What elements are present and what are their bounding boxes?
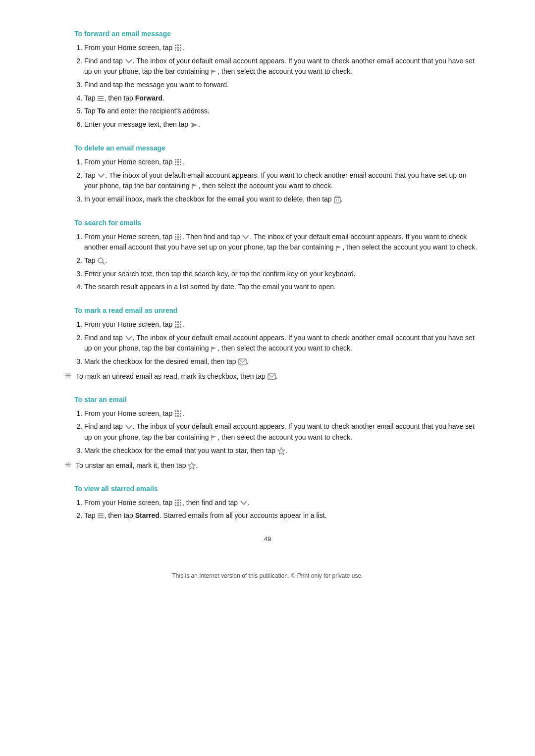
section-mark-unread: To mark a read email as unread From your… [54, 306, 481, 382]
steps-view-starred: From your Home screen, tap , then find a… [74, 498, 481, 521]
svg-rect-49 [180, 324, 181, 325]
svg-rect-39 [180, 239, 181, 240]
svg-rect-4 [177, 47, 179, 49]
svg-rect-62 [175, 413, 176, 414]
svg-rect-2 [180, 45, 181, 46]
svg-rect-11 [98, 96, 104, 97]
chevron-icon [125, 424, 133, 430]
svg-rect-78 [175, 504, 176, 506]
svg-marker-14 [191, 122, 198, 128]
flag-icon [335, 245, 342, 252]
section-search: To search for emails From your Home scre… [54, 219, 481, 293]
svg-rect-63 [177, 413, 179, 414]
step: Find and tap . The inbox of your default… [84, 333, 481, 354]
svg-rect-6 [175, 50, 176, 51]
svg-rect-52 [180, 326, 181, 328]
envelope-read-icon [238, 358, 247, 365]
step: Tap . The inbox of your default email ac… [84, 170, 481, 192]
svg-rect-79 [177, 504, 179, 506]
step: Find and tap the message you want to for… [84, 80, 481, 91]
svg-rect-73 [177, 500, 179, 501]
step: From your Home screen, tap . [84, 157, 481, 168]
page-content: To forward an email message From your Ho… [54, 0, 481, 619]
step: Find and tap . The inbox of your default… [84, 421, 481, 443]
step: From your Home screen, tap . Then find a… [84, 232, 481, 253]
svg-marker-24 [192, 184, 197, 187]
svg-marker-40 [336, 246, 341, 249]
tip-mark-unread: ✳ To mark an unread email as read, mark … [64, 371, 481, 382]
svg-rect-19 [177, 161, 179, 163]
svg-rect-44 [175, 321, 176, 323]
svg-rect-77 [180, 502, 181, 504]
chevron-icon [240, 500, 248, 506]
svg-rect-1 [177, 45, 179, 46]
svg-rect-72 [175, 500, 176, 501]
menu-icon [97, 512, 104, 519]
star-icon [277, 447, 285, 455]
chevron-icon [242, 234, 250, 240]
steps-delete: From your Home screen, tap . Tap . The i… [74, 157, 481, 205]
svg-rect-16 [177, 159, 179, 160]
svg-line-43 [103, 262, 105, 264]
flag-icon [191, 183, 198, 190]
tip-star: ✳ To unstar an email, mark it, then tap … [64, 460, 481, 471]
step: Tap . [84, 255, 481, 266]
page-number: 49 [54, 535, 481, 543]
svg-marker-70 [278, 448, 285, 454]
chevron-icon [125, 58, 133, 64]
steps-forward: From your Home screen, tap . Find and ta… [74, 43, 481, 130]
apps-icon [174, 499, 182, 507]
svg-rect-12 [98, 98, 104, 99]
chevron-icon [125, 335, 133, 341]
section-star: To star an email From your Home screen, … [54, 396, 481, 471]
svg-rect-8 [180, 50, 181, 51]
step: Tap To and enter the recipient's address… [84, 106, 481, 117]
footer-text: This is an Internet version of this publ… [54, 572, 481, 579]
svg-rect-50 [175, 326, 176, 328]
section-title-search: To search for emails [74, 219, 481, 227]
svg-point-42 [98, 258, 103, 263]
step: Find and tap . The inbox of your default… [84, 56, 481, 77]
section-title-forward: To forward an email message [74, 30, 481, 38]
chevron-icon [97, 173, 105, 179]
steps-star: From your Home screen, tap . Find and ta… [74, 408, 481, 456]
svg-rect-36 [180, 236, 181, 238]
svg-rect-61 [180, 410, 181, 412]
svg-rect-35 [177, 236, 179, 238]
step: Mark the checkbox for the email that you… [84, 446, 481, 456]
svg-rect-21 [175, 164, 176, 165]
svg-rect-3 [175, 47, 176, 49]
svg-rect-83 [98, 517, 104, 518]
svg-rect-18 [175, 161, 176, 163]
step: Enter your search text, then tap the sea… [84, 269, 481, 280]
tip-icon: ✳ [64, 370, 72, 381]
tip-text: To mark an unread email as read, mark it… [76, 371, 278, 382]
step: Mark the checkbox for the desired email,… [84, 356, 481, 367]
svg-rect-13 [98, 100, 104, 101]
svg-marker-71 [188, 462, 195, 469]
svg-marker-9 [212, 70, 216, 73]
send-icon [190, 122, 198, 128]
svg-rect-65 [175, 415, 176, 417]
step: In your email inbox, mark the checkbox f… [84, 194, 481, 205]
apps-icon [174, 158, 182, 166]
svg-rect-74 [180, 500, 181, 501]
section-view-starred: To view all starred emails From your Hom… [54, 485, 481, 521]
svg-rect-31 [175, 234, 176, 235]
section-delete: To delete an email message From your Hom… [54, 144, 481, 205]
svg-rect-67 [180, 415, 181, 417]
svg-rect-82 [98, 515, 104, 516]
steps-search: From your Home screen, tap . Then find a… [74, 232, 481, 293]
step: From your Home screen, tap , then find a… [84, 498, 481, 508]
svg-rect-17 [180, 159, 181, 160]
svg-rect-75 [175, 502, 176, 504]
section-title-mark-unread: To mark a read email as unread [74, 306, 481, 314]
step: The search result appears in a list sort… [84, 282, 481, 293]
svg-marker-53 [212, 347, 216, 350]
svg-rect-33 [180, 234, 181, 235]
svg-rect-47 [175, 324, 176, 325]
step: Enter your message text, then tap . [84, 119, 481, 130]
svg-rect-5 [180, 47, 181, 49]
section-title-view-starred: To view all starred emails [74, 485, 481, 493]
svg-rect-37 [175, 239, 176, 240]
